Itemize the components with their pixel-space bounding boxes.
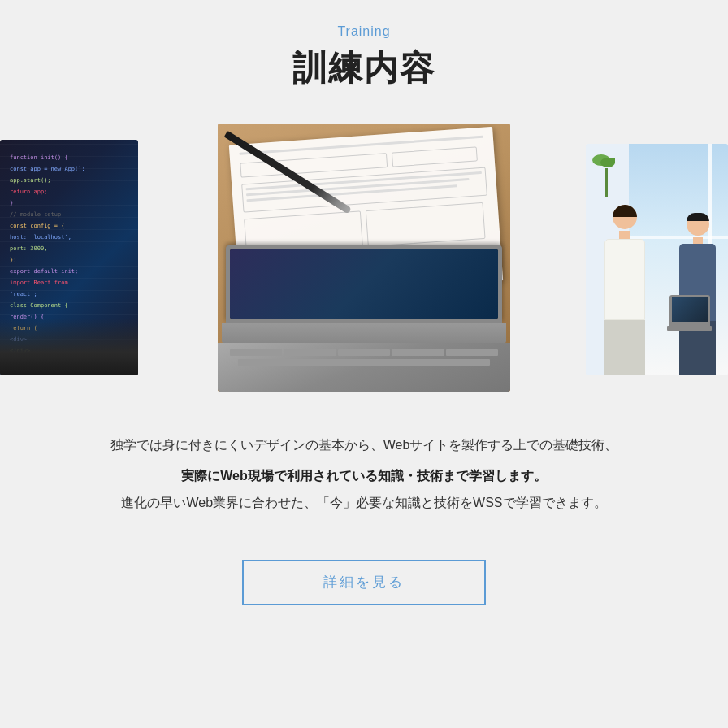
image-left: function init() { const app = new App();… xyxy=(0,140,138,375)
description-line3: 進化の早いWeb業界に合わせた、「今」必要な知識と技術をWSSで学習できます。 xyxy=(47,490,681,516)
image-center xyxy=(218,124,510,392)
description-line1: 独学では身に付きにくいデザインの基本から、Webサイトを製作する上での基礎技術、 xyxy=(47,432,681,458)
page-wrapper: Training 訓練内容 function init() { const ap… xyxy=(0,0,728,728)
page-title: 訓練内容 xyxy=(292,46,436,91)
detail-button[interactable]: 詳細を見る xyxy=(242,560,486,605)
images-row: function init() { const app = new App();… xyxy=(0,124,728,392)
description-line2: 実際にWeb現場で利用されている知識・技術まで学習します。 xyxy=(47,462,681,490)
description-area: 独学では身に付きにくいデザインの基本から、Webサイトを製作する上での基礎技術、… xyxy=(47,432,681,519)
section-label: Training xyxy=(337,24,390,39)
image-right xyxy=(586,144,728,375)
